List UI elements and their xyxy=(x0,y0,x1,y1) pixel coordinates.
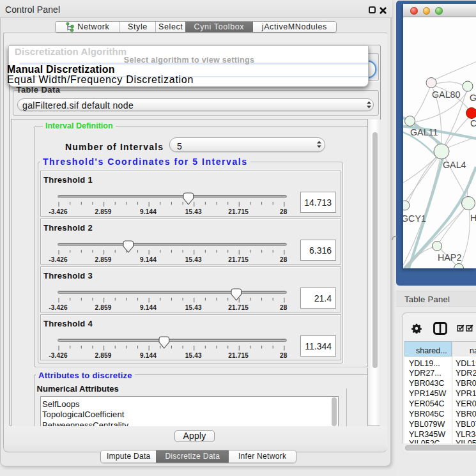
svg-text:GAL4: GAL4 xyxy=(443,160,466,170)
svg-text:H: H xyxy=(470,213,476,223)
svg-text:HAP2: HAP2 xyxy=(438,252,461,263)
svg-text:GAL11: GAL11 xyxy=(410,127,438,137)
svg-text:GAL80: GAL80 xyxy=(432,89,461,100)
svg-text:GCY1: GCY1 xyxy=(403,213,426,224)
svg-text:GA: GA xyxy=(470,93,476,103)
svg-text:C: C xyxy=(470,118,476,128)
